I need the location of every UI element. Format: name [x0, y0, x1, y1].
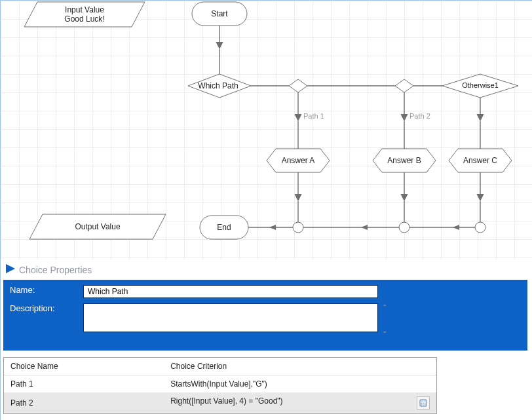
description-field[interactable]: [83, 303, 378, 332]
col-choice-name: Choice Name: [4, 358, 164, 375]
table-row[interactable]: Path 1 StartsWith(Input Value],"G"): [4, 375, 436, 393]
label-input-value-l2: Good Luck!: [64, 14, 104, 24]
col-choice-criterion: Choice Criterion: [164, 358, 436, 375]
table-row[interactable]: Path 2 Right([Input Value], 4) = "Good"): [4, 392, 436, 413]
cell-choice-criterion: StartsWith(Input Value],"G"): [164, 375, 436, 393]
properties-panel: Name: Description: ⌃⌄: [3, 280, 527, 351]
label-start: Start: [211, 9, 227, 18]
description-label: Description:: [10, 303, 83, 313]
node-branch-diamond-1[interactable]: [289, 79, 307, 92]
choice-table[interactable]: Choice Name Choice Criterion Path 1 Star…: [3, 357, 437, 414]
svg-rect-24: [421, 400, 426, 402]
label-input-value-l1: Input Value: [65, 5, 104, 14]
svg-marker-20: [361, 225, 368, 230]
svg-rect-29: [423, 404, 424, 406]
label-answer-a: Answer A: [282, 156, 315, 165]
expression-editor-button[interactable]: [417, 396, 430, 410]
join-circle-1: [293, 222, 303, 233]
triangle-icon: [6, 264, 15, 275]
label-otherwise: Otherwise1: [462, 81, 499, 90]
label-output-value: Output Value: [75, 222, 120, 231]
label-answer-c: Answer C: [463, 156, 497, 165]
cell-choice-criterion: Right([Input Value], 4) = "Good"): [164, 392, 436, 413]
app-stage: Input Value Good Luck! Start Which Path …: [0, 0, 532, 420]
svg-marker-18: [453, 225, 459, 230]
svg-rect-27: [425, 403, 426, 404]
cell-choice-name: Path 2: [4, 392, 164, 413]
svg-rect-30: [425, 404, 426, 406]
cell-choice-name: Path 1: [4, 375, 164, 393]
name-label: Name:: [10, 285, 83, 295]
edge-label-path2: Path 2: [409, 112, 430, 120]
table-header-row: Choice Name Choice Criterion: [4, 358, 436, 375]
edges: [219, 26, 480, 230]
flowchart-svg: [1, 1, 532, 259]
properties-panel-title: Choice Properties: [19, 265, 92, 275]
svg-marker-22: [269, 225, 276, 230]
node-branch-diamond-2[interactable]: [395, 79, 413, 92]
join-circle-3: [475, 222, 485, 233]
edge-label-path1: Path 1: [303, 112, 324, 120]
svg-rect-25: [421, 403, 422, 404]
calculator-icon: [419, 399, 427, 407]
label-answer-b: Answer B: [387, 156, 421, 165]
join-circle-2: [399, 222, 409, 233]
label-which-path: Which Path: [198, 81, 238, 90]
label-end: End: [217, 223, 231, 232]
scroll-indicator: ⌃⌄: [379, 303, 390, 334]
svg-rect-28: [421, 404, 422, 406]
name-field[interactable]: [83, 285, 378, 298]
svg-rect-26: [423, 403, 424, 404]
properties-panel-header: Choice Properties: [6, 264, 92, 275]
flowchart-canvas[interactable]: Input Value Good Luck! Start Which Path …: [1, 1, 532, 259]
